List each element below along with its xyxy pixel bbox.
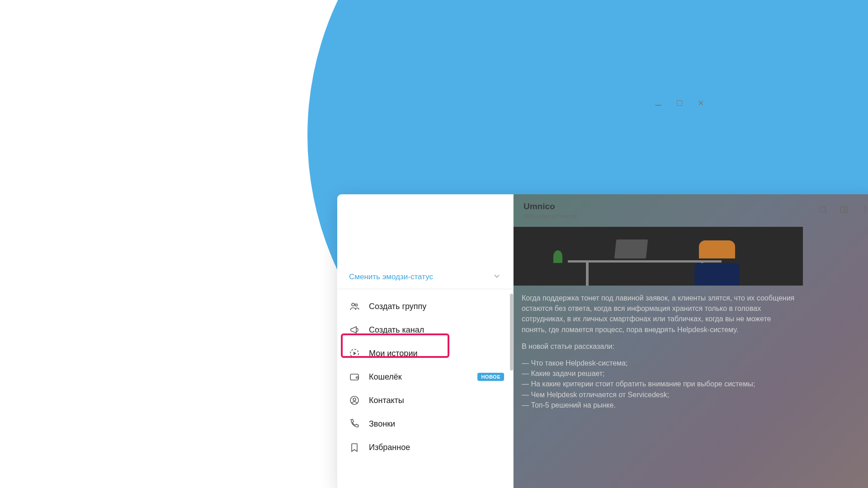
message-list-item: — Какие задачи решает;: [522, 368, 795, 379]
svg-marker-3: [354, 352, 356, 355]
group-icon: [346, 301, 363, 312]
close-button[interactable]: ✕: [698, 99, 704, 107]
phone-icon: [346, 418, 363, 429]
more-icon[interactable]: [860, 205, 868, 216]
svg-rect-9: [841, 207, 848, 213]
svg-point-11: [864, 206, 866, 208]
stories-icon: [346, 348, 363, 359]
menu-my-stories[interactable]: Мои истории: [337, 342, 513, 365]
sidebar-scrollbar[interactable]: [510, 294, 513, 371]
sidepanel-icon[interactable]: [839, 205, 849, 216]
bookmark-icon: [346, 442, 363, 453]
wallet-icon: [346, 371, 363, 382]
menu-calls[interactable]: Звонки: [337, 412, 513, 436]
maximize-button[interactable]: [677, 99, 682, 107]
sidebar-menu: Создать группу Создать канал Мои истории: [337, 289, 513, 459]
search-icon[interactable]: [818, 205, 828, 216]
minimize-button[interactable]: [655, 99, 661, 107]
svg-point-13: [864, 211, 866, 213]
svg-point-12: [864, 209, 866, 211]
menu-create-channel[interactable]: Создать канал: [337, 318, 513, 342]
message-image[interactable]: [514, 227, 803, 286]
contacts-icon: [346, 395, 363, 406]
svg-point-6: [353, 398, 356, 401]
message-paragraph: В новой статье рассказали:: [522, 341, 795, 352]
menu-contacts[interactable]: Контакты: [337, 389, 513, 412]
menu-saved[interactable]: Избранное: [337, 436, 513, 459]
svg-point-1: [355, 304, 358, 306]
change-emoji-status-link[interactable]: Сменить эмодзи-статус: [349, 272, 433, 282]
menu-item-label: Мои истории: [369, 349, 418, 358]
message-list-item: — Чем Helpdesk отличается от Servicedesk…: [522, 389, 795, 400]
svg-line-8: [825, 211, 827, 214]
message-text: Когда поддержка тонет под лавиной заявок…: [514, 286, 803, 418]
megaphone-icon: [346, 324, 363, 335]
message-bubble: Когда поддержка тонет под лавиной заявок…: [514, 227, 803, 488]
chat-subscribers: 409 подписчиков: [524, 212, 818, 220]
menu-item-label: Контакты: [369, 396, 404, 405]
chat-area: Umnico 409 подписчиков: [514, 194, 868, 488]
message-list-item: — Что такое Helpdesk-система;: [522, 358, 795, 368]
app-window: ✕ Сменить эмодзи-статус Создать группу: [169, 97, 711, 393]
menu-item-label: Кошелёк: [369, 372, 402, 382]
menu-create-group[interactable]: Создать группу: [337, 295, 513, 318]
chat-title: Umnico: [524, 202, 818, 211]
menu-item-label: Создать канал: [369, 325, 424, 335]
new-badge: НОВОЕ: [477, 373, 504, 381]
chevron-down-icon[interactable]: [492, 272, 501, 282]
svg-point-0: [352, 303, 354, 306]
message-list-item: — Топ-5 решений на рынке.: [522, 400, 795, 410]
menu-item-label: Звонки: [369, 419, 395, 429]
message-paragraph: Когда поддержка тонет под лавиной заявок…: [522, 293, 795, 335]
window-controls: ✕: [655, 99, 704, 107]
message-list-item: — На какие критерии стоит обратить внима…: [522, 379, 795, 389]
menu-item-label: Создать группу: [369, 302, 426, 311]
sidebar-profile-area: [337, 194, 513, 269]
sidebar: Сменить эмодзи-статус Создать группу: [337, 194, 514, 488]
svg-point-7: [820, 206, 826, 212]
menu-wallet[interactable]: Кошелёк НОВОЕ: [337, 365, 513, 389]
menu-item-label: Избранное: [369, 443, 410, 452]
chat-header[interactable]: Umnico 409 подписчиков: [514, 194, 868, 227]
